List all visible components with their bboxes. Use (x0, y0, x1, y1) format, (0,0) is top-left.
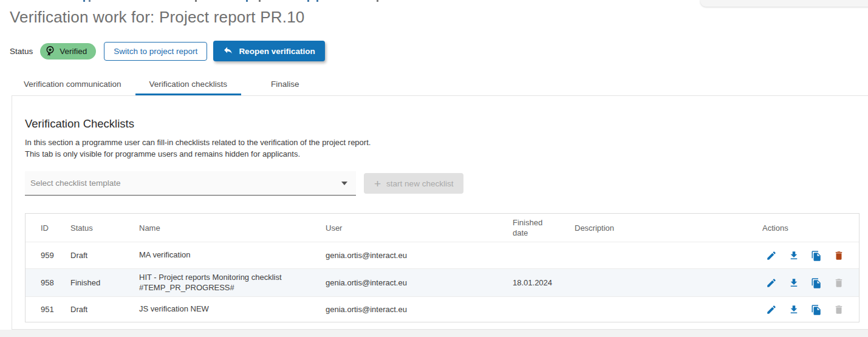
download-icon[interactable] (788, 304, 799, 315)
tab-verification-communication[interactable]: Verification communication (10, 73, 135, 95)
checklist-template-select[interactable]: Select checklist template (25, 171, 356, 196)
row-status: Draft (70, 305, 139, 314)
clipped-text-fragment (316, 0, 318, 2)
header-description: Description (575, 223, 762, 233)
row-status: Finished (70, 278, 139, 287)
tab-content-panel: Verification Checklists In this section … (12, 95, 868, 330)
edit-pencil-icon[interactable] (766, 304, 777, 315)
row-id: 958 (26, 278, 70, 287)
clipped-text-fragment (377, 0, 378, 2)
status-label: Status (10, 47, 33, 56)
clipped-text-fragment (307, 0, 309, 2)
clipped-text-fragment (195, 0, 197, 2)
edit-pencil-icon[interactable] (766, 250, 777, 261)
start-new-checklist-label: start new checklist (386, 179, 453, 188)
edit-pencil-icon[interactable] (766, 277, 777, 288)
header-name: Name (139, 223, 326, 233)
section-description-line2: This tab is only visible for programme u… (25, 149, 868, 160)
copy-document-icon[interactable] (811, 304, 822, 315)
table-row: 951 Draft JS verification NEW genia.orti… (26, 296, 859, 322)
delete-trash-icon[interactable] (833, 250, 844, 261)
page-bottom-background (0, 330, 868, 337)
caret-down-icon (341, 182, 347, 185)
delete-trash-icon-disabled[interactable] (833, 304, 844, 315)
tab-verification-checklists[interactable]: Verification checklists (135, 73, 241, 95)
reopen-verification-button[interactable]: Reopen verification (213, 41, 324, 61)
table-row: 958 Finished HIT - Project reports Monit… (26, 268, 859, 296)
clipped-top-right-panel (700, 0, 868, 7)
status-toolbar: Status Verified Switch to project report… (10, 40, 325, 62)
row-user: genia.ortis@interact.eu (326, 251, 513, 260)
row-id: 951 (26, 305, 70, 314)
copy-document-icon[interactable] (811, 250, 822, 261)
section-description-line1: In this section a programme user can fil… (25, 137, 868, 149)
plus-icon: + (374, 178, 381, 189)
header-status: Status (70, 223, 139, 233)
page-title: Verification work for: Project report PR… (10, 8, 304, 27)
checklist-controls: Select checklist template + start new ch… (25, 171, 868, 196)
clipped-text-fragment (89, 0, 91, 2)
clipped-text-fragment (83, 0, 85, 2)
start-new-checklist-button[interactable]: + start new checklist (364, 173, 463, 194)
copy-document-icon[interactable] (811, 277, 822, 288)
header-id: ID (26, 223, 70, 233)
checklists-table: ID Status Name User Finished date Descri… (25, 213, 859, 322)
download-icon[interactable] (788, 277, 799, 288)
row-finished-date: 18.01.2024 (513, 278, 575, 287)
status-badge: Verified (40, 43, 96, 60)
delete-trash-icon-disabled[interactable] (833, 277, 844, 288)
row-status: Draft (70, 251, 139, 260)
row-user: genia.ortis@interact.eu (326, 278, 513, 287)
medal-icon (44, 45, 56, 58)
download-icon[interactable] (788, 250, 799, 261)
row-name: HIT - Project reports Monitoring checkli… (139, 273, 326, 293)
row-id: 959 (26, 251, 70, 260)
clipped-text-fragment (246, 0, 248, 2)
header-actions: Actions (762, 223, 859, 233)
header-user: User (326, 223, 513, 233)
table-row: 959 Draft MA verification genia.ortis@in… (26, 242, 859, 268)
switch-to-project-report-button[interactable]: Switch to project report (104, 42, 207, 61)
tab-bar: Verification communication Verification … (10, 73, 313, 95)
status-badge-label: Verified (60, 47, 87, 56)
row-name: MA verification (139, 250, 326, 260)
checklist-template-select-placeholder: Select checklist template (30, 179, 121, 188)
section-heading: Verification Checklists (25, 117, 868, 131)
tab-finalise[interactable]: Finalise (257, 73, 313, 95)
row-user: genia.ortis@interact.eu (326, 305, 513, 314)
reopen-verification-label: Reopen verification (239, 47, 315, 56)
row-name: JS verification NEW (139, 304, 326, 315)
table-header-row: ID Status Name User Finished date Descri… (26, 214, 859, 242)
clipped-text-fragment (259, 0, 261, 2)
header-finished-date: Finished date (513, 217, 575, 238)
undo-arrow-icon (223, 45, 233, 57)
